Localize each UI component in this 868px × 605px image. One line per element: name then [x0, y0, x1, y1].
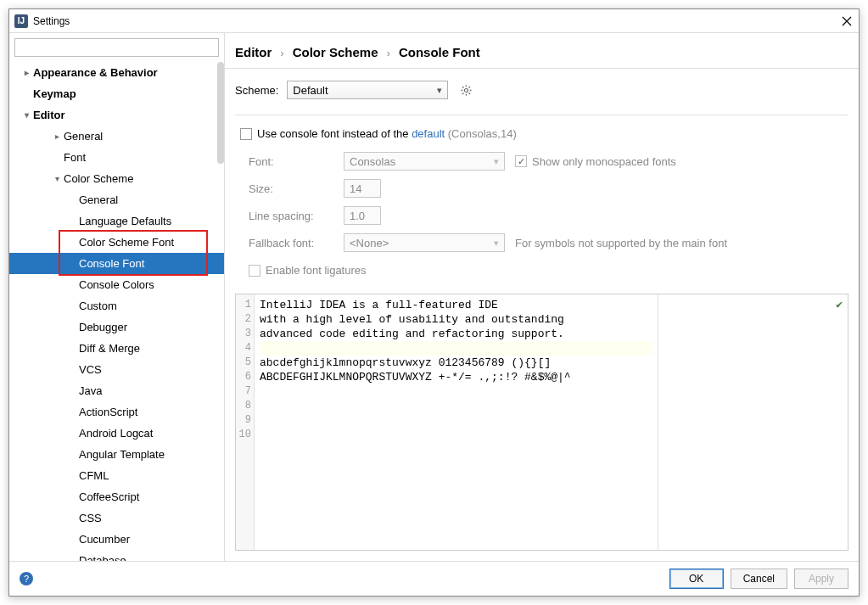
tree-item-diff-merge[interactable]: Diff & Merge — [9, 338, 224, 359]
default-font-link[interactable]: default — [412, 127, 445, 140]
tree-item-appearance-behavior[interactable]: ▸Appearance & Behavior — [9, 62, 224, 83]
chevron-down-icon: ▾ — [21, 110, 31, 120]
breadcrumb: Editor › Color Scheme › Console Font — [225, 33, 859, 69]
gear-icon — [460, 84, 473, 97]
tree-item-cucumber[interactable]: Cucumber — [9, 529, 224, 550]
tree-item-console-font[interactable]: Console Font — [9, 253, 224, 274]
svg-line-10 — [462, 92, 463, 93]
fallback-font-select: <None> — [344, 233, 505, 252]
tree-item-actionscript[interactable]: ActionScript — [9, 401, 224, 423]
tree-item-color-scheme-font[interactable]: Color Scheme Font — [9, 232, 224, 253]
tree-item-custom[interactable]: Custom — [9, 295, 224, 317]
scheme-select[interactable]: Default — [287, 81, 448, 99]
scheme-value: Default — [293, 84, 328, 97]
settings-search-input[interactable] — [14, 38, 219, 57]
tree-item-angular-template[interactable]: Angular Template — [9, 444, 224, 465]
ok-button[interactable]: OK — [669, 569, 724, 589]
enable-ligatures-label: Enable font ligatures — [266, 264, 367, 277]
tree-item-console-colors[interactable]: Console Colors — [9, 274, 224, 295]
preview-line — [260, 399, 652, 413]
apply-button: Apply — [794, 569, 848, 589]
tree-item-coffeescript[interactable]: CoffeeScript — [9, 486, 224, 507]
checkmark-icon: ✔ — [836, 298, 843, 311]
cancel-button[interactable]: Cancel — [731, 569, 787, 589]
tree-item-vcs[interactable]: VCS — [9, 359, 224, 380]
close-button[interactable] — [835, 9, 859, 33]
tree-item-editor[interactable]: ▾Editor — [9, 104, 224, 126]
fallback-font-label: Fallback font: — [249, 237, 333, 249]
tree-item-color-scheme[interactable]: ▾Color Scheme — [9, 168, 224, 189]
preview-line: abcdefghijklmnopqrstuvwxyz 0123456789 ()… — [260, 356, 652, 370]
tree-item-android-logcat[interactable]: Android Logcat — [9, 423, 224, 444]
svg-line-9 — [468, 87, 469, 87]
use-console-font-checkbox[interactable] — [240, 128, 252, 140]
chevron-down-icon: ▾ — [52, 174, 62, 183]
tree-item-font[interactable]: Font — [9, 147, 224, 168]
tree-item-keymap[interactable]: Keymap — [9, 83, 224, 104]
line-spacing-label: Line spacing: — [249, 210, 333, 222]
svg-line-8 — [468, 92, 469, 93]
use-console-font-label: Use console font instead of the default … — [257, 127, 517, 140]
chevron-right-icon: ▸ — [52, 132, 62, 141]
breadcrumb-color-scheme[interactable]: Color Scheme — [293, 45, 378, 59]
fallback-font-note: For symbols not supported by the main fo… — [515, 237, 848, 249]
show-monospaced-checkbox — [515, 155, 527, 167]
tree-item-java[interactable]: Java — [9, 380, 224, 401]
font-select: Consolas — [344, 152, 505, 171]
tree-item-database[interactable]: Database — [9, 550, 224, 561]
tree-item-css[interactable]: CSS — [9, 507, 224, 529]
enable-ligatures-checkbox — [249, 265, 260, 277]
preview-line — [260, 413, 652, 428]
line-spacing-input: 1.0 — [344, 206, 381, 225]
preview-line: advanced code editing and refactoring su… — [260, 327, 652, 341]
show-monospaced-label: Show only monospaced fonts — [532, 155, 676, 168]
size-label: Size: — [249, 182, 333, 195]
tree-item-debugger[interactable]: Debugger — [9, 317, 224, 338]
settings-tree[interactable]: ▸Appearance & BehaviorKeymap▾Editor▸Gene… — [9, 62, 224, 561]
tree-scrollbar[interactable] — [217, 62, 224, 561]
tree-item-cfml[interactable]: CFML — [9, 465, 224, 486]
help-button[interactable]: ? — [20, 572, 33, 585]
font-preview: 12345678910 IntelliJ IDEA is a full-feat… — [235, 294, 848, 551]
chevron-right-icon: › — [281, 48, 284, 59]
preview-line: with a high level of usability and outst… — [260, 312, 652, 327]
breadcrumb-editor[interactable]: Editor — [235, 45, 272, 59]
preview-line: IntelliJ IDEA is a full-featured IDE — [260, 298, 652, 312]
close-icon — [842, 16, 852, 26]
svg-point-2 — [464, 88, 468, 92]
preview-line: ABCDEFGHIJKLMNOPQRSTUVWXYZ +-*/= .,;:!? … — [260, 370, 652, 384]
scheme-settings-button[interactable] — [456, 81, 475, 99]
breadcrumb-console-font: Console Font — [399, 45, 480, 59]
preview-line — [260, 428, 652, 442]
size-input: 14 — [344, 179, 381, 198]
tree-item-language-defaults[interactable]: Language Defaults — [9, 210, 224, 232]
svg-line-7 — [462, 87, 463, 87]
app-icon: IJ — [14, 14, 28, 28]
tree-item-general[interactable]: ▸General — [9, 126, 224, 147]
chevron-right-icon: › — [387, 48, 390, 59]
tree-item-general[interactable]: General — [9, 189, 224, 210]
preview-line — [260, 341, 652, 356]
font-label: Font: — [249, 155, 333, 168]
scheme-label: Scheme: — [235, 84, 278, 97]
window-title: Settings — [33, 15, 854, 27]
chevron-right-icon: ▸ — [21, 68, 31, 77]
preview-line — [260, 384, 652, 399]
